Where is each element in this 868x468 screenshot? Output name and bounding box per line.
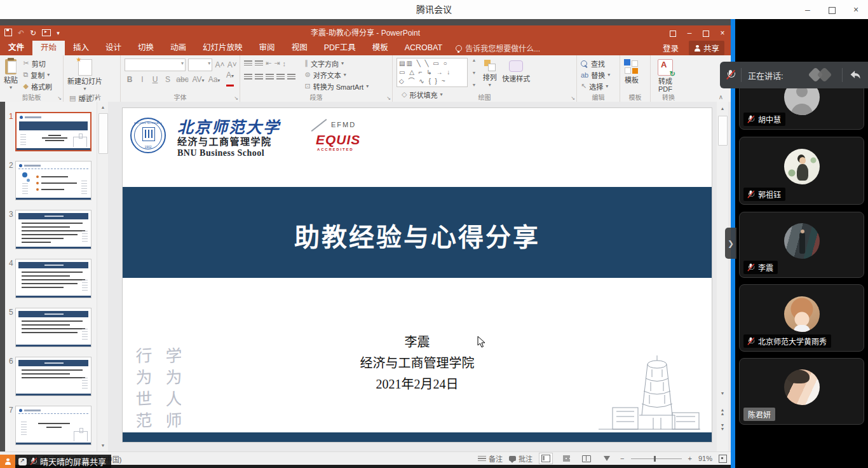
- slide-thumbnail-2[interactable]: 2: [5, 161, 97, 200]
- numbering-icon[interactable]: [255, 60, 263, 66]
- slide-thumbnail-5[interactable]: 5: [5, 308, 97, 347]
- new-slide-button[interactable]: 新建幻灯片▾: [67, 58, 102, 93]
- collapse-panel-arrow-icon[interactable]: [849, 69, 862, 81]
- presenter-badge[interactable]: [0, 455, 15, 468]
- thumb-scroll-thumb[interactable]: [98, 113, 108, 154]
- zoom-in-button[interactable]: +: [688, 455, 692, 462]
- tab-审阅[interactable]: 审阅: [251, 41, 283, 55]
- find-button[interactable]: 查找: [581, 58, 610, 69]
- line-spacing-icon[interactable]: ↕: [282, 60, 286, 67]
- zoom-out-button[interactable]: −: [620, 455, 624, 462]
- increase-indent-icon[interactable]: ⇥: [274, 59, 280, 67]
- decrease-indent-icon[interactable]: ⇤: [266, 59, 271, 67]
- thumb-scroll-down-icon[interactable]: ▼: [98, 441, 107, 450]
- strikethrough-button[interactable]: abc: [175, 75, 189, 84]
- collapse-ribbon-icon[interactable]: ∧: [719, 93, 723, 100]
- drawing-dialog-launcher[interactable]: ↘: [571, 95, 575, 101]
- italic-button[interactable]: I: [137, 75, 147, 84]
- thumbnail-preview[interactable]: [15, 210, 92, 249]
- ppt-restore-button[interactable]: [698, 25, 714, 41]
- minimize-button[interactable]: –: [796, 0, 820, 19]
- change-case-button[interactable]: Aa▾: [207, 75, 221, 84]
- comments-button[interactable]: 批注: [509, 453, 532, 464]
- font-dialog-launcher[interactable]: ↘: [234, 95, 238, 101]
- thumbnail-preview[interactable]: [15, 406, 92, 445]
- justify-icon[interactable]: [276, 74, 285, 79]
- slide-canvas[interactable]: BEIJING NORMAL UNIVERSITY 1902 北京师范大学 经济…: [123, 108, 712, 442]
- tab-开始[interactable]: 开始: [32, 41, 65, 55]
- undo-icon[interactable]: ↶: [18, 29, 24, 37]
- thumb-scroll-up-icon[interactable]: ▲: [98, 103, 107, 112]
- arrange-button[interactable]: 排列▾: [483, 58, 497, 89]
- ppt-close-button[interactable]: ×: [714, 25, 731, 41]
- participant-tile[interactable]: 陈君妍: [739, 358, 864, 425]
- zoom-percentage[interactable]: 91%: [698, 455, 712, 462]
- cut-button[interactable]: ✂剪切: [23, 58, 51, 69]
- format-painter-button[interactable]: ◆格式刷: [23, 81, 51, 92]
- paragraph-dialog-launcher[interactable]: ↘: [386, 95, 391, 101]
- clipboard-dialog-launcher[interactable]: ↘: [57, 95, 62, 101]
- kerning-button[interactable]: AV▾: [192, 75, 205, 84]
- slide-thumbnail-6[interactable]: 6: [5, 357, 97, 396]
- slide-thumbnail-7[interactable]: 7: [5, 406, 97, 445]
- qat-customize-icon[interactable]: ▾: [57, 31, 60, 36]
- save-icon[interactable]: [4, 29, 12, 38]
- participant-tile[interactable]: 李震: [739, 212, 864, 278]
- copy-button[interactable]: ⧉复制▾: [23, 69, 51, 80]
- scroll-thumb[interactable]: [718, 116, 728, 146]
- shrink-font-icon[interactable]: A˅: [227, 60, 237, 69]
- participant-tile[interactable]: 郭祖钰: [739, 137, 864, 205]
- normal-view-button[interactable]: [539, 453, 553, 464]
- panel-collapse-handle[interactable]: ❯: [725, 228, 736, 259]
- tab-PDF工具[interactable]: PDF工具: [316, 41, 364, 55]
- tab-幻灯片放映[interactable]: 幻灯片放映: [194, 41, 251, 55]
- ppt-share-button[interactable]: 共享: [689, 41, 724, 55]
- slideshow-view-button[interactable]: [600, 453, 614, 464]
- thumbnail-scrollbar[interactable]: ▲ ▼: [97, 102, 109, 451]
- scroll-up-icon[interactable]: ▲: [718, 104, 727, 113]
- font-size-combo[interactable]: [188, 59, 212, 71]
- slide-scrollbar[interactable]: ▲ ▼ ▲▲ ▼▼: [717, 102, 728, 451]
- font-color-button[interactable]: A▾: [224, 71, 236, 88]
- slide-thumbnail-1[interactable]: 1: [5, 112, 97, 151]
- tab-动画[interactable]: 动画: [162, 41, 194, 55]
- align-left-icon[interactable]: [244, 74, 252, 79]
- thumbnail-preview[interactable]: [15, 357, 92, 396]
- tab-ACROBAT[interactable]: ACROBAT: [397, 41, 451, 55]
- zoom-slider-thumb[interactable]: [654, 456, 656, 462]
- tab-file[interactable]: 文件: [0, 41, 32, 55]
- slide-thumbnail-3[interactable]: 3: [5, 210, 97, 249]
- bold-button[interactable]: B: [125, 75, 135, 84]
- previous-slide-icon[interactable]: ▲▲: [718, 408, 727, 417]
- smartart-button[interactable]: ⊡转换为 SmartArt▾: [304, 81, 369, 92]
- underline-button[interactable]: U: [150, 75, 160, 84]
- tell-me-box[interactable]: 告诉我您想要做什么...: [451, 41, 540, 55]
- align-center-icon[interactable]: [255, 74, 263, 79]
- redo-icon[interactable]: ↻: [30, 29, 36, 37]
- tab-视图[interactable]: 视图: [283, 41, 316, 55]
- reading-view-button[interactable]: [580, 453, 593, 464]
- grow-font-icon[interactable]: A˄: [215, 60, 224, 69]
- close-button[interactable]: ×: [844, 0, 868, 19]
- thumbnail-preview[interactable]: [15, 259, 92, 298]
- shadow-button[interactable]: S: [163, 75, 173, 84]
- ribbon-display-options-icon[interactable]: [665, 25, 681, 41]
- tab-切换[interactable]: 切换: [130, 41, 162, 55]
- participant-tile[interactable]: 北京师范大学黄雨秀: [739, 284, 864, 352]
- restore-button[interactable]: [820, 0, 844, 19]
- font-name-combo[interactable]: [125, 59, 186, 71]
- ppt-minimize-button[interactable]: –: [681, 25, 698, 41]
- thumbnail-preview[interactable]: [15, 161, 92, 200]
- quick-styles-button[interactable]: 快速样式: [502, 58, 530, 83]
- zoom-slider[interactable]: [631, 458, 682, 459]
- to-pdf-button[interactable]: 转成PDF: [654, 58, 676, 93]
- start-slideshow-icon[interactable]: [42, 29, 51, 38]
- muted-mic-icon[interactable]: [726, 70, 735, 80]
- slide-thumbnail-4[interactable]: 4: [5, 259, 97, 298]
- slide-sorter-view-button[interactable]: [559, 453, 573, 464]
- thumbnail-preview[interactable]: [15, 308, 92, 347]
- thumbnail-preview[interactable]: [15, 112, 92, 151]
- fit-to-window-icon[interactable]: [719, 455, 727, 463]
- shapes-gallery[interactable]: ▤▥ ╲ ╲ ▭ ○▭ △ ⌐ ↳ → ↓◇ ⌒ ∿ { } ~: [397, 58, 468, 87]
- tab-设计[interactable]: 设计: [97, 41, 130, 55]
